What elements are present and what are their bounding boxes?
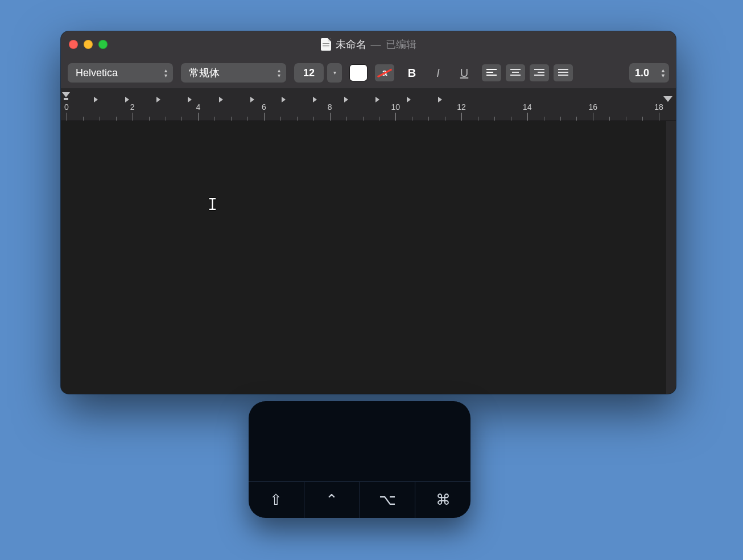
highlight-color-picker[interactable]: a <box>375 64 394 81</box>
underline-button[interactable]: U <box>455 64 474 81</box>
chevron-updown-icon: ▴▾ <box>164 68 167 78</box>
align-right-button[interactable] <box>530 64 549 81</box>
tab-stop-marker[interactable] <box>282 97 286 102</box>
titlebar: 未命名 — 已编辑 <box>61 31 676 57</box>
ruler-label: 0 <box>64 102 69 112</box>
align-left-button[interactable] <box>482 64 501 81</box>
tab-stop-marker[interactable] <box>375 97 379 102</box>
italic-button[interactable]: I <box>428 64 448 81</box>
chevron-updown-icon: ▴▾ <box>278 68 280 78</box>
text-style-group: B I U <box>402 64 474 81</box>
vertical-scrollbar[interactable] <box>666 121 676 394</box>
modifier-row: ⇧ ⌃ ⌥ ⌘ <box>249 481 470 518</box>
close-button[interactable] <box>69 40 78 49</box>
title-separator: — <box>371 39 381 51</box>
document-icon <box>321 38 331 51</box>
text-cursor-icon: I <box>208 195 217 214</box>
shift-key[interactable]: ⇧ <box>249 482 304 518</box>
font-size-group: 12 ▾ <box>294 63 342 83</box>
ruler-label: 14 <box>523 102 532 112</box>
font-style-select[interactable]: 常规体 ▴▾ <box>181 63 286 83</box>
font-style-value: 常规体 <box>189 66 220 80</box>
text-color-picker[interactable] <box>350 65 367 81</box>
ruler-label: 18 <box>654 102 663 112</box>
tab-stop-marker[interactable] <box>250 97 254 102</box>
right-indent-marker[interactable] <box>663 96 672 102</box>
ruler-label: 6 <box>262 102 266 112</box>
ruler-label: 4 <box>196 102 200 112</box>
align-center-icon <box>510 68 521 77</box>
alignment-group <box>482 64 573 81</box>
ruler-label: 8 <box>328 102 332 112</box>
align-center-button[interactable] <box>506 64 525 81</box>
tab-stop-marker[interactable] <box>438 97 442 102</box>
chevron-down-icon: ▾ <box>333 71 336 75</box>
document-name: 未命名 <box>336 38 366 51</box>
overlay-display <box>249 401 470 481</box>
tab-stop-marker[interactable] <box>313 97 317 102</box>
ruler-label: 16 <box>589 102 598 112</box>
left-indent-marker[interactable] <box>64 98 68 100</box>
document-status: 已编辑 <box>386 38 416 51</box>
font-size-stepper[interactable]: ▾ <box>327 63 342 83</box>
modifier-key-overlay: ⇧ ⌃ ⌥ ⌘ <box>249 401 470 518</box>
align-right-icon <box>534 68 545 77</box>
format-toolbar: Helvetica ▴▾ 常规体 ▴▾ 12 ▾ a B I U <box>61 57 676 89</box>
zoom-button[interactable] <box>98 40 108 49</box>
align-justify-icon <box>558 68 569 77</box>
align-left-icon <box>486 68 497 77</box>
ruler[interactable]: 024681012141618 <box>61 89 676 121</box>
tab-stop-marker[interactable] <box>344 97 348 102</box>
window-title: 未命名 — 已编辑 <box>61 38 676 51</box>
ruler-label: 2 <box>130 102 135 112</box>
tab-stop-marker[interactable] <box>219 97 223 102</box>
bold-button[interactable]: B <box>402 64 422 81</box>
font-family-value: Helvetica <box>76 67 118 79</box>
font-family-select[interactable]: Helvetica ▴▾ <box>68 63 173 83</box>
chevron-updown-icon: ▴▾ <box>662 68 664 78</box>
tab-stop-marker[interactable] <box>156 97 160 102</box>
font-size-value: 12 <box>303 67 315 79</box>
tab-stop-marker[interactable] <box>407 97 411 102</box>
first-line-indent-marker[interactable] <box>62 92 70 97</box>
tab-stop-marker[interactable] <box>125 97 129 102</box>
minimize-button[interactable] <box>84 40 93 49</box>
font-size-field[interactable]: 12 <box>294 63 324 83</box>
document-text-area[interactable]: I <box>61 121 676 394</box>
line-spacing-value: 1.0 <box>635 67 649 79</box>
line-spacing-select[interactable]: 1.0 ▴▾ <box>629 63 669 83</box>
tab-stop-marker[interactable] <box>188 97 192 102</box>
align-justify-button[interactable] <box>554 64 573 81</box>
window-controls <box>69 40 108 49</box>
command-key[interactable]: ⌘ <box>415 482 470 518</box>
textedit-window: 未命名 — 已编辑 Helvetica ▴▾ 常规体 ▴▾ 12 ▾ a <box>61 31 676 394</box>
tab-stop-marker[interactable] <box>94 97 98 102</box>
ruler-label: 10 <box>391 102 401 112</box>
option-key[interactable]: ⌥ <box>360 482 416 518</box>
ruler-label: 12 <box>457 102 466 112</box>
control-key[interactable]: ⌃ <box>304 482 360 518</box>
